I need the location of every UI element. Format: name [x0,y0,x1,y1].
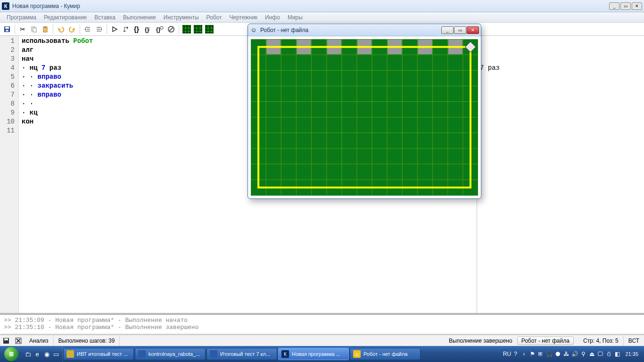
side-text: 7 раз [480,64,641,73]
grid-view1-button[interactable] [182,24,192,34]
menu-item[interactable]: Вставка [91,13,119,22]
robot-window[interactable]: ☺ Робот - нет файла _ ▭ ✕ [248,24,481,199]
redo-button[interactable] [67,24,77,34]
menu-item[interactable]: Инструменты [160,13,203,22]
tray-volume-icon[interactable]: 🔊 [571,351,578,357]
cut-button[interactable]: ✂ [17,24,28,34]
taskbar-item-label: ИВТ итоговый тест ... [77,351,128,357]
tray-print-icon[interactable]: ⎙ [605,351,612,357]
tray-clock[interactable]: 21:35 [622,351,641,357]
svg-line-19 [169,27,173,31]
run-to-cursor-button[interactable]: {} [155,24,165,34]
tray-headset-icon[interactable]: 🎧 [546,351,553,357]
line-number: 2 [0,46,15,55]
side-panel: 7 раз [477,36,644,313]
app-icon: К [2,2,9,10]
status-save-icon[interactable] [1,337,11,345]
robot-field[interactable] [251,39,478,196]
tray-flag-icon[interactable]: ⚑ [529,351,536,357]
titlebar: К Новая программа - Кумир _ ▭ ✕ [0,0,644,12]
quick-explorer-icon[interactable]: 🗀 [24,350,32,358]
robot-status-button[interactable]: Робот - нет файла [517,337,574,345]
undo-button[interactable] [56,24,66,34]
line-number: 9 [0,108,15,117]
save-button[interactable] [2,24,12,34]
menu-item[interactable]: Редактирование [40,13,91,22]
tray-shield-icon[interactable]: ⛨ [537,351,544,357]
outdent-button[interactable] [94,24,104,34]
grid-view3-button[interactable] [204,24,215,34]
quick-show-desktop-icon[interactable]: ▭ [52,350,60,358]
close-button[interactable]: ✕ [632,2,642,10]
svg-point-17 [160,26,163,29]
svg-rect-21 [4,338,8,340]
svg-rect-13 [124,31,125,32]
menu-item[interactable]: Программа [3,13,40,22]
taskbar-item[interactable]: КНовая программа ... [278,348,349,360]
svg-text:{}: {} [156,26,161,33]
tray-misc-icon[interactable]: ◧ [614,351,620,357]
line-number: 5 [0,73,15,82]
tray-display-icon[interactable]: 🖵 [597,351,603,357]
robot-titlebar[interactable]: ☺ Робот - нет файла _ ▭ ✕ [248,24,481,36]
menu-item[interactable]: Выполнение [119,13,160,22]
tray-chevron-icon[interactable]: ‹ [520,351,527,357]
taskbar-item[interactable]: kontrolnaya_rabota_... [135,348,206,360]
svg-rect-2 [6,30,8,32]
status-mode: ВСТ [624,335,644,346]
step-into-button[interactable]: {} [132,24,142,34]
menu-item[interactable]: Робот [203,13,226,22]
quick-ie-icon[interactable]: e [33,350,41,358]
tray-av-icon[interactable]: ⬢ [554,351,561,357]
taskbar-item-label: Робот - нет файла [363,351,408,357]
step-fast-button[interactable]: {} [143,24,154,34]
indent-button[interactable] [83,24,93,34]
quick-chrome-icon[interactable]: ◉ [42,350,51,358]
minimize-button[interactable]: _ [609,2,619,10]
line-number: 7 [0,90,15,99]
robot-maximize-button[interactable]: ▭ [454,26,466,34]
robot-marker [465,41,476,52]
taskbar-item-icon [66,350,74,358]
tray-help-icon[interactable]: ? [512,351,519,357]
log-line: >> 21:35:09 - Новая программа* - Выполне… [4,317,640,324]
window-controls: _ ▭ ✕ [609,2,642,10]
robot-minimize-button[interactable]: _ [441,26,454,34]
menu-item[interactable]: Чертежник [226,13,262,22]
menu-item[interactable]: Инфо [261,13,284,22]
taskbar-item-icon [210,350,217,358]
stop-button[interactable] [166,24,176,34]
tray-bt-icon[interactable]: ⚲ [580,351,586,357]
run-button[interactable] [109,24,120,34]
maximize-button[interactable]: ▭ [620,2,631,10]
copy-button[interactable] [29,24,39,34]
menu-item[interactable]: Миры [284,13,306,22]
robot-window-controls: _ ▭ ✕ [441,26,479,34]
robot-close-button[interactable]: ✕ [467,26,479,34]
taskbar-item-label: Итоговый тест 7 кл... [220,351,270,357]
quick-launch: 🗀 e ◉ ▭ [22,346,63,362]
line-number: 3 [0,55,15,64]
taskbar-item-icon: К [281,350,289,358]
taskbar-item[interactable]: Итоговый тест 7 кл... [206,348,277,360]
status-analysis[interactable]: Анализ [25,335,54,346]
svg-text:{}: {} [134,25,139,33]
step-over-button[interactable] [121,24,131,34]
svg-rect-4 [33,28,36,32]
tray-lang[interactable]: RU [504,351,510,357]
taskbar-item[interactable]: ИВТ итоговый тест ... [63,348,134,360]
taskbar-item-label: Новая программа ... [292,351,340,357]
robot-window-title: Робот - нет файла [260,27,441,33]
tray-usb-icon[interactable]: ⏏ [588,351,595,357]
status-close-icon[interactable] [13,337,24,345]
window-title: Новая программа - Кумир [12,3,609,9]
start-button[interactable]: ⊞ [1,346,22,362]
taskbar-item-label: kontrolnaya_rabota_... [149,351,200,357]
taskbar-item[interactable]: ☺Робот - нет файла [350,348,421,360]
line-number: 4 [0,64,15,73]
grid-view2-button[interactable] [193,24,203,34]
tray-network-icon[interactable]: 🖧 [563,351,570,357]
paste-button[interactable] [40,24,50,34]
status-exec: Выполнение завершено Робот - нет файла [120,335,578,346]
menubar: ПрограммаРедактированиеВставкаВыполнение… [0,12,644,23]
